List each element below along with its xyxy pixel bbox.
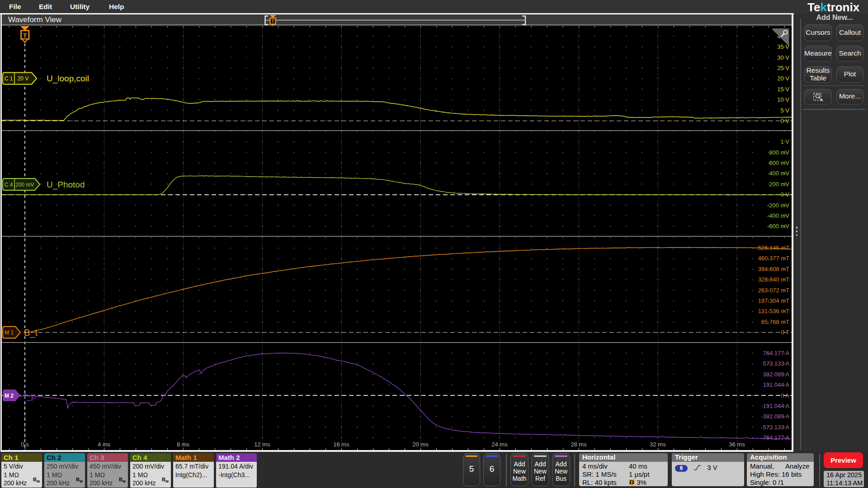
svg-text:25 V: 25 V [777,65,789,71]
svg-text:32 ms: 32 ms [650,441,666,448]
svg-text:460.377 mT: 460.377 mT [758,255,789,262]
svg-text:B_t: B_t [24,328,38,338]
svg-text:200 mV: 200 mV [15,182,34,188]
svg-text:24 ms: 24 ms [491,441,508,448]
svg-text:0 A: 0 A [781,392,789,399]
svg-text:30 V: 30 V [777,54,789,61]
svg-text:M 2: M 2 [5,393,14,399]
svg-text:0 V: 0 V [780,191,789,198]
svg-text:200 mV: 200 mV [769,181,789,188]
svg-text:-573.133 A: -573.133 A [761,424,789,431]
svg-text:400 mV: 400 mV [769,170,789,177]
svg-text:764.177 A: 764.177 A [763,350,789,357]
svg-text:0 s: 0 s [21,441,29,448]
svg-text:8 ms: 8 ms [177,441,190,448]
svg-text:16 ms: 16 ms [333,441,349,448]
svg-text:197.304 mT: 197.304 mT [758,297,789,304]
svg-text:394.608 mT: 394.608 mT [758,266,789,272]
svg-text:131.536 mT: 131.536 mT [758,308,789,314]
svg-text:12 ms: 12 ms [254,441,270,448]
svg-text:28 ms: 28 ms [571,441,587,448]
svg-text:1 V: 1 V [780,138,789,145]
svg-text:U_loop,coil: U_loop,coil [47,74,89,84]
svg-text:191.044 A: 191.044 A [763,381,789,388]
svg-text:-382.089 A: -382.089 A [761,413,789,420]
svg-text:4 ms: 4 ms [98,441,111,448]
svg-text:600 mV: 600 mV [769,160,789,166]
svg-text:T: T [271,19,274,24]
svg-text:0 V: 0 V [780,117,789,124]
svg-text:0 T: 0 T [781,329,789,336]
svg-text:5 V: 5 V [780,107,789,114]
svg-text:T: T [23,32,27,39]
svg-text:10 V: 10 V [777,96,789,103]
svg-text:U_Photod: U_Photod [47,180,85,190]
svg-text:20 ms: 20 ms [412,441,429,448]
svg-text:15 V: 15 V [777,86,789,93]
svg-text:800 mV: 800 mV [769,149,789,156]
svg-text:328.840 mT: 328.840 mT [758,276,789,283]
svg-text:382.089 A: 382.089 A [763,371,789,378]
svg-text:36 ms: 36 ms [729,441,745,448]
svg-text:-191.044 A: -191.044 A [761,403,789,409]
svg-text:573.133 A: 573.133 A [763,360,789,367]
svg-text:C 1: C 1 [5,75,13,82]
svg-text:-400 mV: -400 mV [767,212,789,219]
svg-text:-200 mV: -200 mV [767,202,789,209]
svg-text:65.768 mT: 65.768 mT [761,319,789,325]
svg-text:20 V: 20 V [777,75,789,82]
svg-text:I_p: I_p [24,391,36,401]
svg-text:20 V: 20 V [18,75,29,82]
svg-text:-600 mV: -600 mV [767,223,789,230]
svg-text:526.145 mT: 526.145 mT [758,244,789,251]
svg-text:-764.177 A: -764.177 A [761,434,789,441]
svg-text:263.072 mT: 263.072 mT [758,287,789,294]
svg-text:C 4: C 4 [5,182,13,188]
svg-text:M 1: M 1 [5,329,14,336]
